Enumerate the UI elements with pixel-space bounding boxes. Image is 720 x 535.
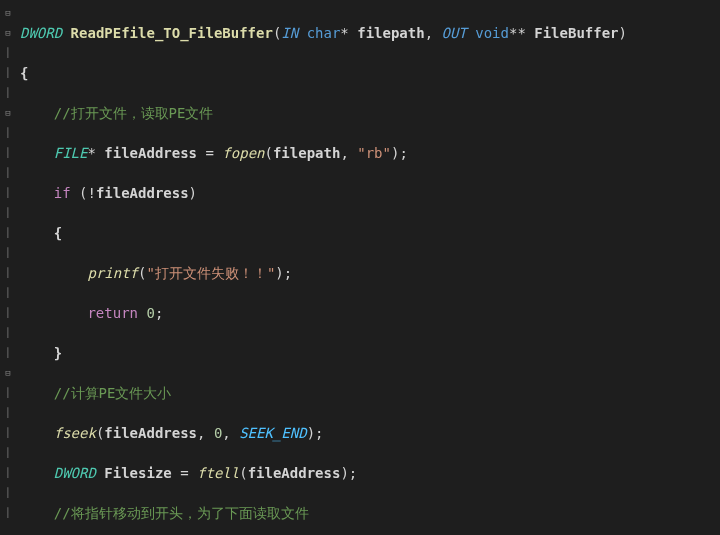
fold-bar: │ xyxy=(0,443,16,463)
fold-bar: │ xyxy=(0,423,16,443)
fold-gutter: ⊟ ⊟ │ │ │ ⊟ │ │ │ │ │ │ │ │ │ │ │ │ ⊟ │ … xyxy=(0,0,16,535)
fold-bar: │ xyxy=(0,463,16,483)
fold-bar: │ xyxy=(0,403,16,423)
code-line[interactable]: //将指针移动到开头，为了下面读取文件 xyxy=(20,503,720,523)
fold-bar: │ xyxy=(0,43,16,63)
fold-bar: │ xyxy=(0,483,16,503)
fold-icon[interactable]: ⊟ xyxy=(0,103,16,123)
fold-bar: │ xyxy=(0,303,16,323)
code-area[interactable]: DWORD ReadPEfile_TO_FileBuffer(IN char* … xyxy=(16,0,720,535)
code-line[interactable]: //计算PE文件大小 xyxy=(20,383,720,403)
fold-bar: │ xyxy=(0,343,16,363)
code-editor[interactable]: ⊟ ⊟ │ │ │ ⊟ │ │ │ │ │ │ │ │ │ │ │ │ ⊟ │ … xyxy=(0,0,720,535)
fold-bar: │ xyxy=(0,283,16,303)
code-line[interactable]: printf("打开文件失败！！"); xyxy=(20,263,720,283)
code-line[interactable]: DWORD ReadPEfile_TO_FileBuffer(IN char* … xyxy=(20,23,720,43)
fold-bar: │ xyxy=(0,163,16,183)
fold-bar: │ xyxy=(0,323,16,343)
code-line[interactable]: DWORD Filesize = ftell(fileAddress); xyxy=(20,463,720,483)
fold-bar: │ xyxy=(0,503,16,523)
code-line[interactable]: //打开文件，读取PE文件 xyxy=(20,103,720,123)
code-line[interactable]: FILE* fileAddress = fopen(filepath, "rb"… xyxy=(20,143,720,163)
fold-bar: │ xyxy=(0,63,16,83)
fold-bar: │ xyxy=(0,123,16,143)
fold-bar: │ xyxy=(0,143,16,163)
fold-bar: │ xyxy=(0,183,16,203)
fold-bar: │ xyxy=(0,263,16,283)
code-line[interactable]: { xyxy=(20,223,720,243)
fold-bar: │ xyxy=(0,223,16,243)
fold-bar: │ xyxy=(0,203,16,223)
fold-bar: │ xyxy=(0,83,16,103)
code-line[interactable]: if (!fileAddress) xyxy=(20,183,720,203)
code-line[interactable]: } xyxy=(20,343,720,363)
code-line[interactable]: return 0; xyxy=(20,303,720,323)
fold-icon[interactable]: ⊟ xyxy=(0,363,16,383)
code-line[interactable]: { xyxy=(20,63,720,83)
fold-bar: │ xyxy=(0,243,16,263)
fold-icon[interactable]: ⊟ xyxy=(0,23,16,43)
fold-icon[interactable]: ⊟ xyxy=(0,3,16,23)
fold-bar: │ xyxy=(0,383,16,403)
code-line[interactable]: fseek(fileAddress, 0, SEEK_END); xyxy=(20,423,720,443)
